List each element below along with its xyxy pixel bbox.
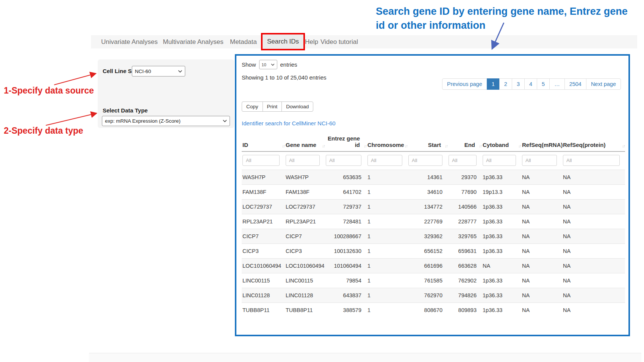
table-row[interactable]: RPL23AP21RPL23AP21728481 1227769228777 1… <box>242 214 625 229</box>
cell: 329765 <box>448 229 482 244</box>
cell: NA <box>562 303 625 318</box>
copy-button[interactable]: Copy <box>242 101 263 112</box>
page-button-2[interactable]: 2 <box>499 78 512 90</box>
page-button-4[interactable]: 4 <box>524 78 537 90</box>
data-type-select[interactable]: exp: mRNA Expression (Z-Score) <box>102 116 230 126</box>
cell: 1 <box>367 185 408 200</box>
table-row[interactable]: CICP7CICP7100288667 1329362329765 1p36.3… <box>242 229 625 244</box>
filter-input-start[interactable] <box>408 155 442 166</box>
tab-help[interactable]: Help <box>305 35 318 48</box>
entries-label: entries <box>280 61 297 68</box>
column-header-id[interactable]: ID ↓↑ <box>242 134 285 151</box>
page-length-select[interactable]: 10 <box>259 60 277 69</box>
column-header-entrez-gene-id[interactable]: Entrez gene id ↓↑ <box>325 134 367 151</box>
page-button-2504[interactable]: 2504 <box>564 78 586 90</box>
pagination: Previous page 12345…2504Next page <box>442 78 621 90</box>
cell: NA <box>521 259 562 273</box>
table-row[interactable]: LOC729737LOC729737729737 1134772140566 1… <box>242 200 625 214</box>
sort-icon[interactable]: ↓↑ <box>479 144 481 148</box>
cell: NA <box>562 288 625 303</box>
cell: NA <box>562 244 625 259</box>
cell: NA <box>562 273 625 288</box>
table-row[interactable]: WASH7PWASH7P653635 11436129370 1p36.33NA… <box>242 170 625 185</box>
next-page-button[interactable]: Next page <box>586 78 621 90</box>
tab-multivariate-analyses[interactable]: Multivariate Analyses <box>163 35 224 48</box>
cell: NA <box>521 229 562 244</box>
identifier-search-link[interactable]: Identifier search for CellMiner NCI-60 <box>242 120 336 126</box>
table-row[interactable]: LINC01128LINC01128643837 1762970794826 1… <box>242 288 625 303</box>
cell: 79854 <box>325 273 367 288</box>
cell: 808670 <box>408 303 448 318</box>
cell: 19p13.3 <box>482 185 521 200</box>
column-header-chromosome[interactable]: Chromosome ↓↑ <box>367 134 408 151</box>
cell: NA <box>562 170 625 185</box>
table-row[interactable]: LINC00115LINC0011579854 1761585762902 1p… <box>242 273 625 288</box>
cell: LINC01128 <box>242 288 285 303</box>
filter-input-refseq-protein[interactable] <box>563 155 620 166</box>
sort-icon[interactable]: ↓↑ <box>405 144 407 148</box>
red-arrow-1 <box>54 73 96 85</box>
cell-line-set-select[interactable]: NCI-60 <box>132 66 185 76</box>
gene-table-body: WASH7PWASH7P653635 11436129370 1p36.33NA… <box>242 170 625 318</box>
column-header-refseq-protein[interactable]: RefSeq(protein) ↓↑ <box>562 134 625 151</box>
previous-page-button[interactable]: Previous page <box>442 78 487 90</box>
download-button[interactable]: Download <box>281 101 313 112</box>
table-row[interactable]: FAM138FFAM138F641702 13461077690 19p13.3… <box>242 185 625 200</box>
sort-icon[interactable]: ↓↑ <box>518 144 521 148</box>
sort-icon[interactable]: ↓↑ <box>364 144 366 148</box>
column-header-refseq-mrna[interactable]: RefSeq(mRNA) ↓↑ <box>521 134 562 151</box>
sort-icon[interactable]: ↓↑ <box>559 144 562 148</box>
tab-video-tutorial[interactable]: Video tutorial <box>320 35 358 48</box>
tab-search-ids[interactable]: Search IDs <box>261 33 305 50</box>
print-button[interactable]: Print <box>263 101 282 112</box>
filter-input-refseq-mrna[interactable] <box>522 155 557 166</box>
sort-icon[interactable]: ↓↑ <box>445 144 447 148</box>
filter-input-cytoband[interactable] <box>483 155 516 166</box>
sort-icon[interactable]: ↓↑ <box>322 144 325 148</box>
cell: NA <box>562 214 625 229</box>
page-button-3[interactable]: 3 <box>512 78 525 90</box>
cell: WASH7P <box>242 170 285 185</box>
page-ellipsis: … <box>549 78 565 90</box>
page: Search gene ID by entering gene name, En… <box>0 0 644 362</box>
cell: 100288667 <box>325 229 367 244</box>
column-header-gene-name[interactable]: Gene name ↓↑ <box>285 134 325 151</box>
cell: NA <box>482 259 521 273</box>
sort-icon[interactable]: ↓↑ <box>622 144 625 148</box>
filter-input-entrez-gene-id[interactable] <box>326 155 361 166</box>
cell: NA <box>521 288 562 303</box>
column-header-end[interactable]: End ↓↑ <box>448 134 482 151</box>
table-row[interactable]: CICP3CICP3100132630 1656152659631 1p36.3… <box>242 244 625 259</box>
cell: 77690 <box>448 185 482 200</box>
cell: NA <box>521 273 562 288</box>
filter-input-chromosome[interactable] <box>367 155 402 166</box>
cell: 1p36.33 <box>482 273 521 288</box>
table-row[interactable]: TUBB8P11TUBB8P11388579 1808670809893 1p3… <box>242 303 625 318</box>
tab-univariate-analyses[interactable]: Univariate Analyses <box>101 35 158 48</box>
cell: 1 <box>367 170 408 185</box>
filter-input-gene-name[interactable] <box>286 155 320 166</box>
page-button-5[interactable]: 5 <box>537 78 550 90</box>
cell: 1 <box>367 229 408 244</box>
cell: 1 <box>367 244 408 259</box>
cell: 1 <box>367 259 408 273</box>
page-length-value: 10 <box>262 62 266 67</box>
filter-input-end[interactable] <box>449 155 477 166</box>
cell: 1p36.33 <box>482 170 521 185</box>
cell: 661696 <box>408 259 448 273</box>
column-header-start[interactable]: Start ↓↑ <box>408 134 448 151</box>
page-button-1[interactable]: 1 <box>487 78 500 90</box>
cell: 1p36.33 <box>482 200 521 214</box>
cell: CICP7 <box>285 229 325 244</box>
filter-row <box>242 151 625 170</box>
table-row[interactable]: LOC101060494LOC101060494101060494 166169… <box>242 259 625 273</box>
tab-metadata[interactable]: Metadata <box>230 35 257 48</box>
cell: 794826 <box>448 288 482 303</box>
filter-input-id[interactable] <box>242 155 280 166</box>
cell: NA <box>521 214 562 229</box>
sort-icon[interactable]: ↓↑ <box>282 144 284 148</box>
cell: LOC729737 <box>242 200 285 214</box>
cell: 34610 <box>408 185 448 200</box>
column-header-cytoband[interactable]: Cytoband ↓↑ <box>482 134 521 151</box>
cell: 728481 <box>325 214 367 229</box>
